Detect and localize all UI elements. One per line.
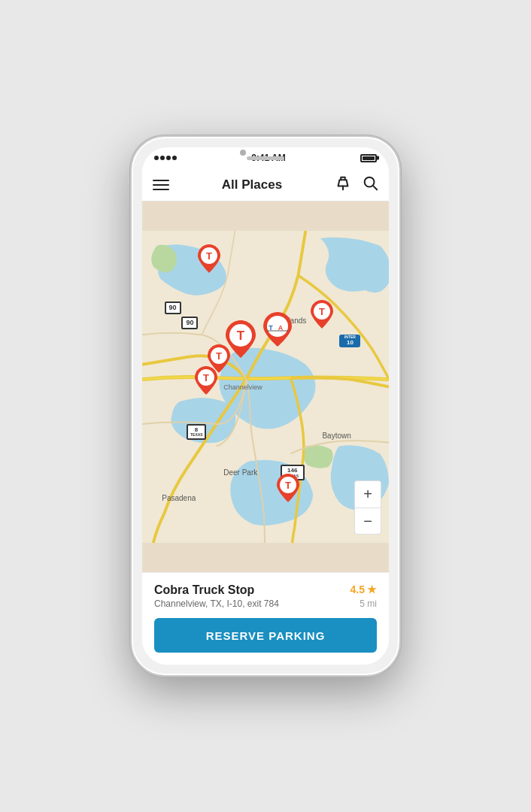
map-background	[142, 201, 389, 572]
svg-text:T: T	[203, 372, 209, 383]
phone-screen: 9:41 AM All Places	[142, 147, 389, 665]
rating-value: 4.5	[350, 583, 365, 595]
zoom-out-button[interactable]: −	[354, 508, 381, 535]
road-sign-i10: INTER 10	[339, 335, 360, 347]
hamburger-line	[153, 180, 169, 181]
svg-text:T: T	[285, 480, 291, 491]
zoom-controls: + −	[354, 480, 381, 535]
location-name: Cobra Truck Stop	[154, 583, 254, 597]
svg-text:T: T	[206, 250, 212, 262]
page-title: All Places	[222, 177, 282, 192]
star-icon: ★	[367, 583, 377, 595]
zoom-in-button[interactable]: +	[354, 480, 381, 508]
nav-actions	[335, 174, 378, 195]
city-label-pasadena: Pasadena	[162, 494, 196, 502]
map-pin-6[interactable]: T	[277, 474, 299, 505]
road-sign-8: 8 TEXAS	[187, 424, 206, 440]
signal-dot	[166, 156, 171, 160]
signal-dot	[172, 156, 177, 160]
svg-text:T: T	[216, 350, 222, 362]
svg-text:T: T	[237, 329, 245, 343]
map-pin-1[interactable]: T	[198, 244, 220, 276]
signal-indicator	[154, 156, 177, 160]
filter-icon[interactable]	[335, 174, 351, 195]
signal-dot	[160, 156, 165, 160]
info-row-sub: Channelview, TX, I-10, exit 784 5 mi	[154, 598, 377, 609]
city-label-channelview: Channelview	[223, 383, 262, 391]
map-area[interactable]: Highlands Channelview Baytown Deer Park …	[142, 201, 389, 572]
menu-button[interactable]	[153, 180, 169, 190]
location-address: Channelview, TX, I-10, exit 784	[154, 598, 279, 609]
hamburger-line	[153, 189, 169, 190]
signal-dot	[154, 156, 159, 160]
search-icon[interactable]	[362, 174, 378, 195]
city-label-deerpark: Deer Park	[223, 468, 257, 477]
road-sign-90b: 90	[181, 317, 198, 329]
phone-frame: 9:41 AM All Places	[130, 135, 401, 677]
svg-text:T: T	[319, 306, 325, 317]
hamburger-line	[153, 184, 169, 186]
location-distance: 5 mi	[360, 598, 377, 609]
road-sign-90a: 90	[165, 301, 181, 314]
nav-bar: All Places	[142, 168, 389, 201]
svg-text:A: A	[278, 324, 284, 332]
svg-line-2	[373, 186, 377, 189]
map-pin-ta[interactable]: T A	[263, 312, 292, 350]
reserve-parking-button[interactable]: RESERVE PARKING	[154, 618, 377, 653]
phone-speaker	[247, 156, 284, 160]
rating-display: 4.5 ★	[350, 583, 377, 595]
map-pin-2[interactable]: T	[226, 320, 256, 361]
info-card: Cobra Truck Stop 4.5 ★ Channelview, TX, …	[142, 572, 389, 665]
map-pin-4[interactable]: T	[195, 366, 217, 398]
phone-camera	[240, 150, 246, 156]
svg-text:T: T	[269, 324, 274, 332]
battery-fill	[363, 156, 375, 160]
info-row-main: Cobra Truck Stop 4.5 ★	[154, 583, 377, 597]
map-pin-5[interactable]: T	[311, 300, 333, 332]
city-label-baytown: Baytown	[322, 432, 350, 440]
battery-indicator	[360, 154, 377, 162]
